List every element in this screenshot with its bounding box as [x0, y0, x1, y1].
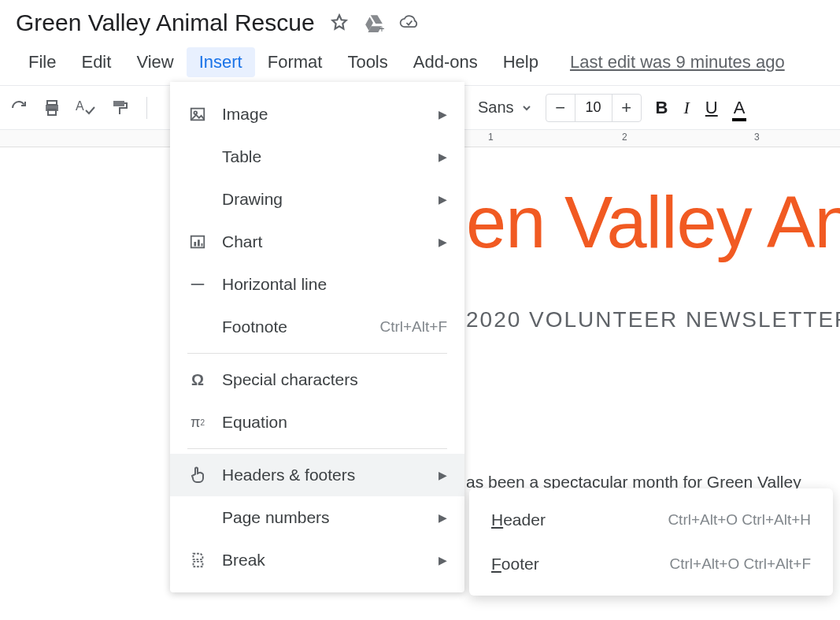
- svg-text:A: A: [76, 99, 84, 113]
- format-buttons: B I U A: [656, 98, 746, 118]
- submenu-footer-shortcut: Ctrl+Alt+O Ctrl+Alt+F: [670, 555, 812, 573]
- blank-icon: [187, 507, 208, 528]
- svg-rect-5: [113, 101, 124, 106]
- ruler-mark: 2: [622, 132, 627, 143]
- font-size-value[interactable]: 10: [575, 95, 612, 121]
- star-icon[interactable]: [329, 13, 350, 33]
- chevron-right-icon: ▶: [439, 150, 447, 163]
- submenu-footer[interactable]: Footer Ctrl+Alt+O Ctrl+Alt+F: [469, 542, 833, 586]
- headers-footers-submenu: Header Ctrl+Alt+O Ctrl+Alt+H Footer Ctrl…: [469, 488, 833, 596]
- insert-special-characters[interactable]: Ω Special characters: [170, 358, 464, 401]
- bold-button[interactable]: B: [656, 98, 668, 118]
- insert-horizontal-line[interactable]: Horizontal line: [170, 263, 464, 306]
- print-icon[interactable]: [43, 98, 61, 117]
- menu-view[interactable]: View: [124, 47, 186, 77]
- omega-icon: Ω: [187, 369, 208, 390]
- blank-icon: [187, 317, 208, 337]
- insert-menu-dropdown: Image ▶ Table ▶ Drawing ▶ Chart ▶ Horizo…: [170, 82, 464, 592]
- menu-help[interactable]: Help: [490, 47, 551, 77]
- ruler-mark: 1: [488, 132, 494, 143]
- insert-drawing-label: Drawing: [222, 190, 424, 209]
- insert-page-numbers[interactable]: Page numbers ▶: [170, 496, 464, 539]
- menu-edit[interactable]: Edit: [68, 47, 124, 77]
- blank-icon: [187, 189, 208, 210]
- svg-rect-9: [194, 242, 196, 247]
- cursor-hand-icon: [187, 465, 208, 485]
- insert-table-label: Table: [222, 147, 424, 166]
- svg-rect-10: [198, 239, 200, 246]
- menu-addons[interactable]: Add-ons: [401, 47, 490, 77]
- insert-break-label: Break: [222, 551, 424, 570]
- last-edit-link[interactable]: Last edit was 9 minutes ago: [570, 52, 785, 72]
- chevron-right-icon: ▶: [439, 469, 447, 481]
- submenu-header-label: Header: [491, 510, 655, 529]
- chart-icon: [187, 232, 208, 252]
- title-bar: Green Valley Animal Rescue +: [0, 0, 840, 43]
- drive-icon[interactable]: +: [364, 13, 384, 33]
- insert-table[interactable]: Table ▶: [170, 136, 464, 178]
- footnote-shortcut: Ctrl+Alt+F: [379, 318, 447, 336]
- insert-footnote-label: Footnote: [222, 317, 365, 336]
- font-size-increase[interactable]: +: [612, 95, 641, 121]
- submenu-header-shortcut: Ctrl+Alt+O Ctrl+Alt+H: [668, 511, 811, 529]
- menubar: File Edit View Insert Format Tools Add-o…: [0, 43, 840, 86]
- chevron-right-icon: ▶: [439, 108, 447, 121]
- chevron-right-icon: ▶: [439, 193, 447, 206]
- menu-insert[interactable]: Insert: [187, 47, 255, 77]
- horizontal-line-icon: [187, 274, 208, 295]
- ruler-mark: 3: [754, 132, 760, 143]
- cloud-saved-icon[interactable]: [398, 13, 419, 33]
- menu-separator: [187, 353, 447, 354]
- font-size-group: − 10 +: [546, 94, 642, 122]
- chevron-right-icon: ▶: [439, 236, 447, 248]
- insert-special-chars-label: Special characters: [222, 370, 447, 389]
- font-size-decrease[interactable]: −: [546, 95, 575, 121]
- menu-separator: [187, 448, 447, 449]
- page-break-icon: [187, 550, 208, 570]
- document-subtitle[interactable]: 2020 VOLUNTEER NEWSLETTER: [466, 307, 840, 332]
- menu-tools[interactable]: Tools: [335, 47, 400, 77]
- font-family-select[interactable]: Sans: [478, 98, 531, 117]
- insert-hline-label: Horizontal line: [222, 275, 447, 294]
- insert-equation[interactable]: π2 Equation: [170, 401, 464, 444]
- chevron-right-icon: ▶: [439, 554, 447, 566]
- chevron-right-icon: ▶: [439, 511, 447, 524]
- pi-icon: π2: [187, 412, 208, 433]
- font-family-label: Sans: [478, 98, 514, 117]
- image-icon: [187, 104, 208, 124]
- paint-format-icon[interactable]: [110, 98, 129, 117]
- insert-hf-label: Headers & footers: [222, 466, 424, 484]
- menu-file[interactable]: File: [16, 47, 68, 77]
- svg-point-7: [194, 111, 197, 114]
- spellcheck-icon[interactable]: A: [76, 98, 96, 117]
- submenu-header[interactable]: Header Ctrl+Alt+O Ctrl+Alt+H: [469, 498, 833, 542]
- svg-text:+: +: [379, 24, 384, 33]
- insert-chart[interactable]: Chart ▶: [170, 221, 464, 263]
- insert-footnote[interactable]: Footnote Ctrl+Alt+F: [170, 306, 464, 348]
- chevron-down-icon: [522, 103, 531, 113]
- document-title[interactable]: Green Valley Animal Rescue: [16, 9, 315, 36]
- insert-headers-footers[interactable]: Headers & footers ▶: [170, 454, 464, 496]
- insert-chart-label: Chart: [222, 232, 424, 251]
- insert-break[interactable]: Break ▶: [170, 539, 464, 581]
- submenu-footer-label: Footer: [491, 555, 657, 574]
- insert-equation-label: Equation: [222, 413, 447, 432]
- title-actions: +: [329, 13, 419, 33]
- insert-image[interactable]: Image ▶: [170, 93, 464, 136]
- document-headline[interactable]: en Valley Ani: [466, 181, 840, 264]
- insert-pagenum-label: Page numbers: [222, 508, 424, 527]
- insert-image-label: Image: [222, 105, 424, 124]
- insert-drawing[interactable]: Drawing ▶: [170, 178, 464, 221]
- menu-format[interactable]: Format: [255, 47, 335, 77]
- italic-button[interactable]: I: [683, 98, 689, 118]
- underline-button[interactable]: U: [705, 98, 718, 118]
- svg-rect-1: [47, 101, 57, 105]
- blank-icon: [187, 147, 208, 167]
- svg-rect-11: [202, 243, 203, 247]
- redo-icon[interactable]: [9, 98, 28, 117]
- text-color-button[interactable]: A: [734, 98, 746, 118]
- toolbar-separator: [146, 97, 147, 119]
